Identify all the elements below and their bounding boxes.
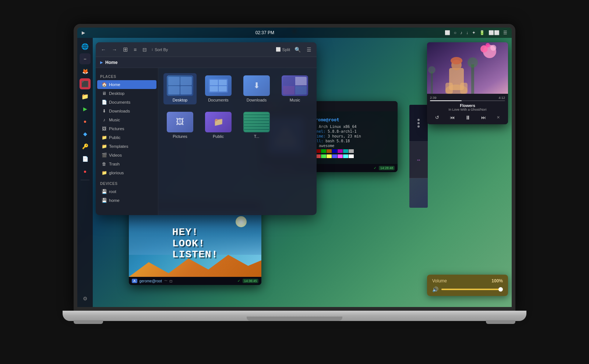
dock-app1[interactable]: ⬛	[80, 78, 91, 89]
sysinfo-wm-row: WM: awesome	[310, 144, 392, 148]
fm-forward-btn[interactable]: →	[110, 46, 119, 53]
topbar-music-icon[interactable]: ♪	[460, 30, 462, 35]
svg-rect-10	[460, 83, 468, 94]
music-total-time: 4:12	[498, 96, 505, 100]
sysinfo-kernel-value: 5.8.8-arch1-1	[328, 129, 356, 133]
sidebar-item-public[interactable]: 📁 Public	[97, 133, 156, 142]
sysinfo-uptime-value: 3 hours, 23 min	[328, 134, 361, 138]
sidebar-item-music[interactable]: ♪ Music	[97, 115, 156, 124]
dock-globe[interactable]: 🌐	[80, 41, 91, 52]
folder-pictures[interactable]: 🖼 Pictures	[163, 110, 197, 141]
home-icon: 🏠	[102, 82, 107, 87]
sidebar-item-pictures[interactable]: 🖼 Pictures	[97, 124, 156, 133]
fm-sort-icon: ↕	[151, 47, 153, 51]
topbar-record-icon[interactable]: ○	[454, 30, 456, 35]
fm-grid-view-btn[interactable]: ⊞	[121, 45, 129, 54]
sidebar-item-documents[interactable]: 📄 Documents	[97, 98, 156, 107]
dock-folder[interactable]: 📁	[80, 91, 91, 102]
topbar-layout-icon[interactable]: ⬜⬜	[489, 30, 500, 35]
sidebar-item-glorious[interactable]: 📁 glorious	[97, 168, 156, 177]
laptop: ▶ 02:37 PM ⬜ ○ ♪ ↓ ✦ 🔋 ⬜⬜ ☰ 🌐	[59, 24, 530, 340]
color-block-3	[327, 149, 332, 153]
volume-speaker-icon: 🔊	[432, 286, 438, 292]
dock-doc[interactable]: 📄	[80, 153, 91, 164]
clock-time: 02:37 PM	[255, 30, 274, 35]
sidebar-item-downloads[interactable]: ⬇ Downloads	[97, 107, 156, 115]
dock-firefox[interactable]: 🦊	[80, 66, 91, 77]
topbar-screen-icon[interactable]: ⬜	[445, 30, 450, 35]
pictures-icon: 🖼	[102, 126, 107, 131]
folder-templates[interactable]: T...	[240, 110, 273, 141]
sidebar-item-trash[interactable]: 🗑 Trash	[97, 160, 156, 168]
dock-separator	[81, 180, 89, 180]
documents-icon: 📄	[102, 100, 107, 105]
volume-knob[interactable]	[498, 287, 503, 292]
next-btn[interactable]: ⏭	[481, 115, 486, 120]
topbar-download-icon[interactable]: ↓	[466, 30, 468, 35]
folder-public[interactable]: 📁 Public	[202, 110, 235, 141]
folder-downloads[interactable]: ⬇ Downloads	[240, 73, 273, 104]
sysinfo-shell-row: Shell: bash 5.0.18	[310, 139, 392, 143]
sysinfo-color-blocks	[310, 149, 392, 153]
volume-slider[interactable]	[441, 289, 503, 290]
fm-back-btn[interactable]: ←	[99, 46, 107, 53]
hey-sep: ~	[164, 278, 167, 284]
sysinfo-details: gerome@root OS: Arch Linux x86_64 Kernel…	[310, 117, 392, 158]
video-placeholder: ▪▪	[417, 157, 420, 163]
sidebar-item-templates[interactable]: 📁 Templates	[97, 142, 156, 151]
vdot-3	[417, 125, 420, 128]
topbar-battery-icon[interactable]: 🔋	[479, 30, 485, 35]
fm-compact-view-btn[interactable]: ⊟	[141, 46, 148, 53]
laptop-foot-right	[486, 320, 515, 324]
color-block-2	[321, 149, 326, 153]
sidebar-templates-label: Templates	[109, 144, 128, 149]
folder-music-label: Music	[290, 98, 300, 102]
fm-search-btn[interactable]: 🔍	[293, 46, 302, 53]
folder-music-icon	[282, 75, 308, 96]
laptop-base	[63, 311, 526, 321]
sidebar-item-videos[interactable]: 🎬 Videos	[97, 151, 156, 160]
sidebar-item-root[interactable]: 💾 root	[97, 187, 156, 196]
fm-sort-btn[interactable]: ↕ Sort By	[151, 47, 168, 52]
sidebar-item-home-device[interactable]: 💾 home	[97, 196, 156, 205]
fm-list-view-btn[interactable]: ≡	[132, 46, 138, 53]
topbar-bluetooth-icon[interactable]: ✦	[472, 30, 476, 35]
color-block-14	[343, 154, 348, 158]
dock-app5[interactable]: ●	[80, 166, 91, 177]
folder-documents[interactable]: Documents	[202, 73, 235, 104]
prev-btn[interactable]: ⏮	[450, 115, 455, 120]
topbar-clock: 02:37 PM	[255, 30, 274, 35]
dock-app2[interactable]: ●	[80, 116, 91, 127]
dock-settings[interactable]: ⚙	[80, 293, 91, 304]
svg-rect-11	[471, 64, 474, 94]
volume-fill	[441, 289, 503, 290]
folder-templates-label: T...	[254, 134, 260, 139]
sidebar-downloads-label: Downloads	[109, 109, 130, 113]
folder-public-label: Public	[213, 134, 224, 139]
play-pause-btn[interactable]: ⏸	[465, 114, 470, 121]
music-current-time: 2:39	[430, 96, 437, 100]
sidebar-videos-label: Videos	[109, 153, 122, 157]
dock-game[interactable]: ▶	[80, 103, 91, 114]
dock-terminal[interactable]: ▪▪	[80, 53, 91, 64]
topbar-menu-icon[interactable]: ▶	[82, 30, 85, 35]
fm-split-btn[interactable]: ⬜ Split	[276, 47, 290, 52]
folder-templates-icon	[243, 112, 270, 132]
dock-app3[interactable]: ◆	[80, 128, 91, 139]
topbar-left: ▶	[82, 30, 85, 35]
music-album-art	[427, 42, 508, 94]
close-player-btn[interactable]: ✕	[497, 115, 500, 120]
topbar-right: ⬜ ○ ♪ ↓ ✦ 🔋 ⬜⬜ ☰	[445, 30, 507, 35]
fm-sidebar: Places 🏠 Home 🖥 Desktop 📄 Documents	[96, 68, 158, 215]
dock-keys[interactable]: 🔑	[80, 141, 91, 152]
color-block-10	[321, 154, 326, 158]
hey-statusbar: A gerome@root ~ □ ✓ 14:36:45	[129, 277, 261, 285]
repeat-btn[interactable]: ↺	[435, 115, 439, 120]
folder-desktop[interactable]: Desktop	[163, 73, 197, 104]
topbar-hamburger-icon[interactable]: ☰	[503, 30, 507, 35]
sidebar-item-desktop[interactable]: 🖥 Desktop	[97, 89, 156, 98]
folder-music[interactable]: Music	[278, 73, 311, 104]
music-progress-bar[interactable]	[430, 100, 505, 101]
fm-menu-btn[interactable]: ☰	[305, 46, 313, 53]
sidebar-item-home[interactable]: 🏠 Home	[97, 80, 156, 89]
